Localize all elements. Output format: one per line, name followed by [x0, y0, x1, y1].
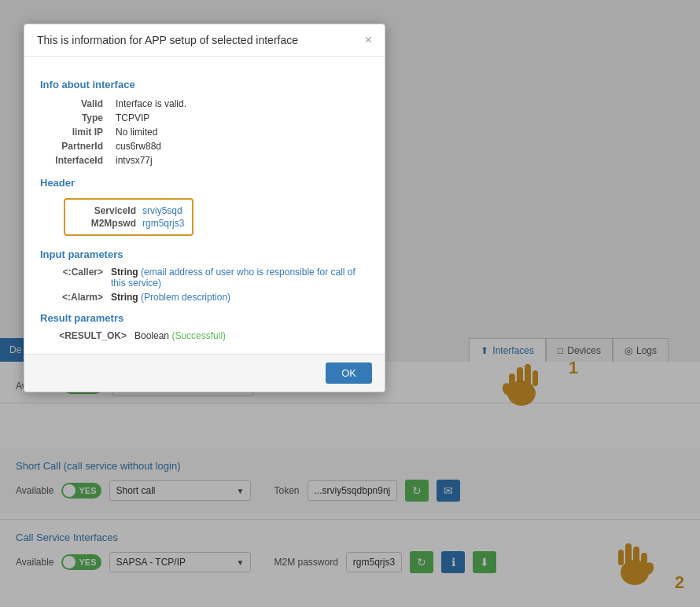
- valid-value: Interface is valid.: [111, 97, 369, 111]
- result-ok-row: <RESULT_OK> Boolean (Successfull): [40, 330, 369, 341]
- table-row: Valid Interface is valid.: [40, 97, 369, 111]
- partner-id-value: cus6rw88d: [111, 139, 369, 153]
- modal-header: This is information for APP setup of sel…: [24, 24, 385, 57]
- caller-desc: (email address of user who is responsibl…: [111, 267, 356, 289]
- caller-label: <:Caller>: [40, 267, 111, 278]
- table-row: PartnerId cus6rw88d: [40, 139, 369, 153]
- result-ok-value: Boolean (Successfull): [134, 330, 226, 341]
- modal-dialog: This is information for APP setup of sel…: [24, 24, 385, 392]
- modal-title: This is information for APP setup of sel…: [37, 34, 298, 46]
- caller-type: String: [111, 267, 138, 278]
- limit-ip-label: limit IP: [40, 125, 111, 139]
- m2m-pswd-value: rgm5qrjs3: [142, 218, 184, 229]
- alarm-desc: (Problem description): [141, 292, 230, 303]
- limit-ip-value: No limited: [111, 125, 369, 139]
- interface-id-label: InterfaceId: [40, 153, 111, 167]
- m2m-pswd-label: M2Mpswd: [73, 218, 136, 229]
- ok-button[interactable]: OK: [326, 362, 372, 384]
- alarm-type: String: [111, 292, 138, 303]
- result-ok-label: <RESULT_OK>: [40, 330, 134, 341]
- modal-close-button[interactable]: ×: [365, 34, 372, 46]
- alarm-label: <:Alarm>: [40, 292, 111, 303]
- table-row: limit IP No limited: [40, 125, 369, 139]
- service-id-value: srviy5sqd: [142, 205, 182, 216]
- type-value: TCPVIP: [111, 111, 369, 125]
- partner-id-label: PartnerId: [40, 139, 111, 153]
- caller-param-row: <:Caller> String (email address of user …: [40, 267, 369, 289]
- result-desc: (Successfull): [171, 330, 226, 341]
- modal-body: Info about interface Valid Interface is …: [24, 57, 385, 354]
- info-section-label: Info about interface: [40, 79, 369, 90]
- interface-id-value: intvsx77j: [111, 153, 369, 167]
- service-id-label: ServiceId: [73, 205, 136, 216]
- modal-footer: OK: [24, 354, 385, 392]
- service-id-row: ServiceId srviy5sqd: [73, 204, 184, 217]
- result-type: Boolean: [134, 330, 169, 341]
- valid-label: Valid: [40, 97, 111, 111]
- table-row: Type TCPVIP: [40, 111, 369, 125]
- type-label: Type: [40, 111, 111, 125]
- table-row: InterfaceId intvsx77j: [40, 153, 369, 167]
- alarm-param-row: <:Alarm> String (Problem description): [40, 292, 369, 303]
- alarm-value: String (Problem description): [111, 292, 369, 303]
- header-section-label: Header: [40, 177, 369, 189]
- header-box: ServiceId srviy5sqd M2Mpswd rgm5qrjs3: [64, 198, 193, 236]
- info-table: Valid Interface is valid. Type TCPVIP li…: [40, 97, 369, 167]
- result-params-section-label: Result parametrs: [40, 312, 369, 324]
- m2m-pswd-row: M2Mpswd rgm5qrjs3: [73, 217, 184, 230]
- input-params-section-label: Input parameters: [40, 248, 369, 260]
- caller-value: String (email address of user who is res…: [111, 267, 369, 289]
